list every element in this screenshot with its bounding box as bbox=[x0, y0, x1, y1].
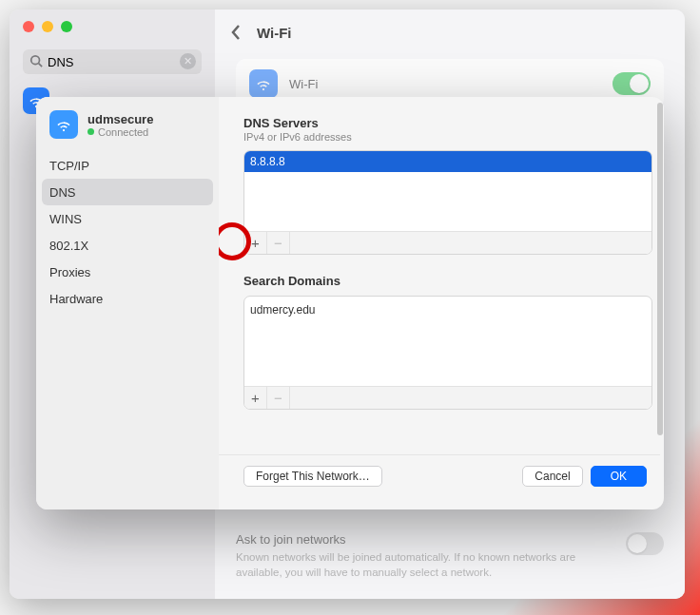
add-dns-button[interactable]: + bbox=[244, 232, 267, 255]
search-icon bbox=[29, 54, 43, 70]
search-input[interactable] bbox=[23, 49, 202, 74]
zoom-window-button[interactable] bbox=[61, 21, 72, 32]
ok-button[interactable]: OK bbox=[591, 466, 647, 487]
network-wifi-icon bbox=[49, 110, 78, 139]
sheet-sidebar: udmsecure Connected TCP/IP DNS WINS 802.… bbox=[36, 97, 219, 509]
traffic-lights bbox=[10, 21, 215, 32]
sheet-content: DNS Servers IPv4 or IPv6 addresses + − S… bbox=[219, 97, 664, 509]
tab-proxies[interactable]: Proxies bbox=[36, 259, 219, 285]
remove-domain-button[interactable]: − bbox=[267, 387, 290, 410]
tab-hardware[interactable]: Hardware bbox=[36, 285, 219, 312]
network-status-label: Connected bbox=[98, 126, 148, 138]
back-button[interactable] bbox=[224, 21, 247, 44]
dns-servers-title: DNS Servers bbox=[243, 116, 652, 130]
remove-dns-button[interactable]: − bbox=[267, 232, 290, 255]
network-header: udmsecure Connected bbox=[36, 110, 219, 152]
ask-to-join-desc: Known networks will be joined automatica… bbox=[236, 549, 597, 580]
dns-servers-list: + − bbox=[243, 150, 652, 255]
dns-server-entry-input[interactable] bbox=[244, 151, 651, 172]
page-title: Wi-Fi bbox=[257, 25, 292, 41]
search-domains-list: udmercy.edu + − bbox=[243, 296, 652, 410]
forget-network-button[interactable]: Forget This Network… bbox=[243, 466, 382, 487]
ask-to-join-section: Ask to join networks Known networks will… bbox=[236, 532, 664, 580]
network-settings-sheet: udmsecure Connected TCP/IP DNS WINS 802.… bbox=[36, 97, 664, 509]
domain-list-controls: + − bbox=[244, 386, 651, 409]
sheet-footer: Forget This Network… Cancel OK bbox=[219, 454, 660, 496]
search-field-wrap: ✕ bbox=[23, 49, 202, 74]
tab-dns[interactable]: DNS bbox=[42, 179, 213, 205]
wifi-label: Wi-Fi bbox=[289, 77, 601, 91]
close-window-button[interactable] bbox=[23, 21, 34, 32]
ask-to-join-toggle[interactable] bbox=[626, 532, 664, 555]
network-name: udmsecure bbox=[88, 112, 153, 126]
dns-list-controls: + − bbox=[244, 231, 651, 254]
cancel-button[interactable]: Cancel bbox=[522, 466, 582, 487]
search-domains-title: Search Domains bbox=[243, 274, 652, 288]
wifi-toggle[interactable] bbox=[612, 72, 651, 95]
scrollbar[interactable] bbox=[657, 103, 663, 435]
search-domain-entry[interactable]: udmercy.edu bbox=[244, 297, 651, 317]
topbar: Wi-Fi bbox=[215, 10, 685, 55]
tab-8021x[interactable]: 802.1X bbox=[36, 232, 219, 259]
network-status: Connected bbox=[88, 126, 153, 138]
tab-tcpip[interactable]: TCP/IP bbox=[36, 152, 219, 179]
dns-servers-subtitle: IPv4 or IPv6 addresses bbox=[243, 131, 652, 143]
status-dot-icon bbox=[88, 128, 94, 135]
tab-wins[interactable]: WINS bbox=[36, 205, 219, 232]
clear-search-button[interactable]: ✕ bbox=[180, 53, 196, 69]
ask-to-join-title: Ask to join networks bbox=[236, 532, 597, 547]
svg-point-0 bbox=[31, 56, 40, 65]
wifi-icon bbox=[249, 69, 278, 98]
minimize-window-button[interactable] bbox=[42, 21, 53, 32]
add-domain-button[interactable]: + bbox=[244, 387, 267, 410]
svg-line-1 bbox=[39, 64, 43, 67]
